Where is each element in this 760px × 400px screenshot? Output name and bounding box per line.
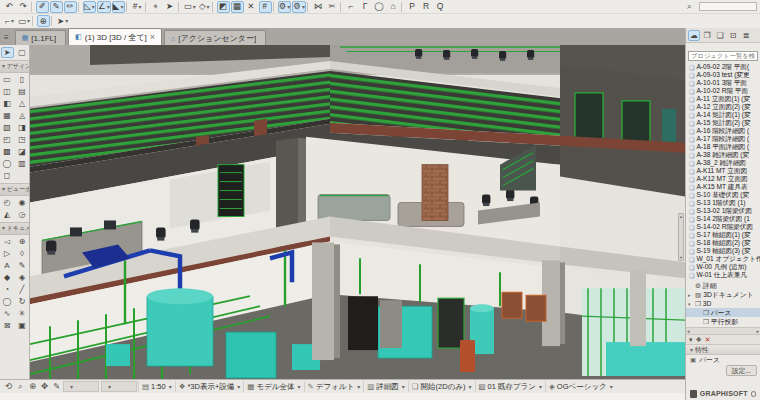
tool-icon[interactable]: ▯: [16, 74, 29, 85]
statusbar-icon[interactable]: ✥: [39, 381, 50, 392]
drawing-list-item[interactable]: ❏ A-09-02 2階 平面(: [686, 63, 760, 71]
toolbar-icon[interactable]: ∠▾: [97, 1, 111, 13]
toolbar-icon[interactable]: ⌂: [387, 1, 400, 13]
quick-option-dropdown[interactable]: ▧ 01 既存プラン ▾: [475, 381, 546, 392]
toolbar-icon[interactable]: ✐: [36, 1, 49, 13]
toolbar-icon[interactable]: #: [259, 1, 272, 13]
drawing-list-item[interactable]: ❏ S-18 軸組図(2) (変: [686, 239, 760, 247]
toolbar-icon[interactable]: ✂: [326, 1, 339, 13]
toolbox-section-document[interactable]: ▾ ドキュメント: [0, 222, 29, 235]
tool-icon[interactable]: ▷: [1, 248, 14, 259]
drawing-list-item[interactable]: ❏ A-38 雑詳細図 (変: [686, 151, 760, 159]
tree-item[interactable]: ▾ ❒ 3D: [686, 299, 760, 308]
drawing-list-item[interactable]: ❏ A-K15 MT 建具表: [686, 183, 760, 191]
tool-icon[interactable]: ◈: [16, 272, 29, 283]
drawing-list-item[interactable]: ❏ A-10-02 R階 平面: [686, 87, 760, 95]
tree-item[interactable]: ⚙ 詳細: [686, 281, 760, 290]
tool-icon[interactable]: ▩: [1, 146, 14, 157]
toolbar-icon[interactable]: ⌐▾: [3, 15, 16, 27]
toolbar-icon[interactable]: [126, 2, 130, 12]
tool-icon[interactable]: ▢: [16, 47, 29, 58]
drawing-list-item[interactable]: ❏ W-00 凡例 (追加): [686, 263, 760, 271]
properties-header[interactable]: ▾ 特性: [686, 345, 760, 355]
quick-option-dropdown[interactable]: ✎ デフォルト ▾: [304, 381, 364, 392]
panel-horizontal-scrollbar[interactable]: ◂ ▸: [686, 327, 760, 334]
tree-item[interactable]: ❒ 平行投影: [686, 317, 760, 326]
view-tab[interactable]: ▦ [1.1FL]: [15, 30, 67, 45]
drawing-list-item[interactable]: ❏ A-K12 MT 立面図: [686, 175, 760, 183]
toolbar-icon[interactable]: Γ: [359, 1, 372, 13]
toolbar-icon[interactable]: ➤▾: [56, 15, 69, 27]
toolbar-icon[interactable]: ◇▾: [198, 1, 211, 13]
navigator-mode-icon[interactable]: ☁: [688, 30, 700, 41]
toolbar-icon[interactable]: ✕: [245, 1, 258, 13]
drawing-list-item[interactable]: ❏ S-13 1階伏図 (1): [686, 199, 760, 207]
drawing-list-item[interactable]: ❏ S-14 2階梁伏図 (1: [686, 215, 760, 223]
navigator-mode-icon[interactable]: ≣: [740, 30, 752, 41]
toolbar-icon[interactable]: [78, 2, 82, 12]
toolbar-icon[interactable]: ◯: [373, 1, 386, 13]
toolbox-section-design[interactable]: ▾ デザイン: [0, 60, 29, 73]
toolbar-icon[interactable]: [401, 2, 405, 12]
search-input[interactable]: [688, 51, 758, 61]
toolbar-icon[interactable]: ▭▾: [17, 15, 31, 27]
tool-icon[interactable]: ◭: [1, 209, 14, 220]
drawing-list-item[interactable]: ❏ A-12 立面図(2) (変: [686, 103, 760, 111]
toolbar-icon[interactable]: [273, 2, 277, 12]
toolbar-icon[interactable]: #▾: [131, 1, 144, 13]
drawing-list-item[interactable]: ❏ A-10-01 3階 平面: [686, 79, 760, 87]
toolbar-icon[interactable]: ◩: [217, 1, 230, 13]
3d-viewport[interactable]: ▲ ▼: [30, 45, 685, 379]
tool-icon[interactable]: ✎: [16, 260, 29, 271]
tool-icon[interactable]: ◯: [1, 158, 14, 169]
quick-option-dropdown[interactable]: ▾: [63, 381, 99, 392]
tool-icon[interactable]: ▣: [16, 320, 29, 331]
toolbar-icon[interactable]: ◺▾: [83, 1, 96, 13]
drawing-list-item[interactable]: ❏ A-09-03 test (変更: [686, 71, 760, 79]
drawing-list-item[interactable]: ❏ S-14-02 R階梁伏図: [686, 223, 760, 231]
tool-icon[interactable]: ▦: [1, 110, 14, 121]
toolbar-icon[interactable]: ⌐: [345, 1, 358, 13]
navigator-action-icon[interactable]: ❖: [696, 336, 702, 344]
toolbar-icon[interactable]: ⊕: [37, 15, 50, 27]
drawing-list-item[interactable]: ❏ A-17 階段詳細図 (: [686, 135, 760, 143]
navigator-mode-icon[interactable]: ❏: [714, 30, 726, 41]
navigator-mode-icon[interactable]: ❐: [701, 30, 713, 41]
view-tab[interactable]: ⌂ [アクションセンター]: [164, 30, 266, 45]
tool-icon[interactable]: ◴: [1, 197, 14, 208]
tool-icon[interactable]: ➤: [1, 47, 14, 58]
search-icon[interactable]: ⌕: [683, 1, 696, 13]
drawing-list-item[interactable]: ❏ A-38_2 雑詳細図: [686, 159, 760, 167]
toolbar-icon[interactable]: ⚙▾: [292, 1, 306, 13]
tool-icon[interactable]: ▤: [16, 86, 29, 97]
tool-icon[interactable]: ◫: [1, 86, 14, 97]
toolbar-icon[interactable]: [178, 2, 182, 12]
quick-option-dropdown[interactable]: ❖ *3D表示+設備 ▾: [175, 381, 244, 392]
tool-icon[interactable]: ⊕: [16, 236, 29, 247]
toolbar-icon[interactable]: [212, 2, 216, 12]
toolbar-icon[interactable]: [145, 2, 149, 12]
toolbar-icon[interactable]: ↷: [17, 1, 30, 13]
drawing-list-item[interactable]: ❏ W_01 オブジェクト作: [686, 255, 760, 263]
drawing-list-item[interactable]: ❏ A-14 矩計図(1) (変: [686, 111, 760, 119]
statusbar-icon[interactable]: ⌕: [15, 381, 26, 392]
tool-icon[interactable]: ◨: [16, 122, 29, 133]
statusbar-icon[interactable]: ⟲: [3, 381, 14, 392]
tool-icon[interactable]: ◪: [16, 146, 29, 157]
quick-option-dropdown[interactable]: ◈ OGベーシック ▾: [545, 381, 616, 392]
drawing-list-item[interactable]: ❏ A-K11 MT 立面図: [686, 167, 760, 175]
tool-icon[interactable]: ▥: [16, 158, 29, 169]
toolbar-icon[interactable]: ◣▾: [112, 1, 125, 13]
tool-icon[interactable]: ◯: [1, 296, 14, 307]
drawing-list-item[interactable]: ❏ A-15 矩計図(2) (変: [686, 119, 760, 127]
drawing-list-item[interactable]: ❏ S-17 軸組図(1) (変: [686, 231, 760, 239]
toolbar-icon[interactable]: ↶: [3, 1, 16, 13]
drawing-list-item[interactable]: ❏ S-10 基礎伏図 (変: [686, 191, 760, 199]
toolbar-icon[interactable]: P: [406, 1, 419, 13]
tool-icon[interactable]: ↻: [16, 296, 29, 307]
settings-button[interactable]: 設定...: [726, 365, 757, 376]
drawing-list-item[interactable]: ❏ A-18 平面詳細図 (: [686, 143, 760, 151]
toolbar-icon[interactable]: ✏: [64, 1, 77, 13]
toolbar-icon[interactable]: [340, 2, 344, 12]
tool-icon[interactable]: ╱: [16, 284, 29, 295]
